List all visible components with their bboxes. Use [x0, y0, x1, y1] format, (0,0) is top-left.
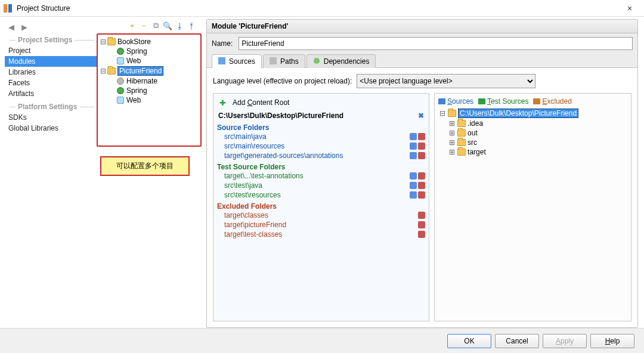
- forward-icon[interactable]: ▶: [19, 21, 30, 32]
- module-header: Module 'PictureFriend': [207, 20, 637, 33]
- mark-sources[interactable]: Sources: [438, 97, 473, 106]
- copy-icon[interactable]: ⧉: [150, 20, 161, 31]
- folder-path[interactable]: target\...\test-annotations: [216, 171, 426, 181]
- remove-icon[interactable]: [418, 212, 425, 219]
- remove-content-root-icon[interactable]: ✖: [418, 112, 424, 120]
- test-folders-title: Test Source Folders: [216, 160, 426, 171]
- excluded-folders-title: Excluded Folders: [216, 200, 426, 210]
- folder-path[interactable]: src\test\resources: [216, 190, 426, 200]
- settings-item-modules[interactable]: Modules: [5, 56, 97, 67]
- modules-tree[interactable]: ⊟BookStoreSpringWeb⊟PictureFriendHiberna…: [99, 37, 199, 105]
- settings-item-artifacts[interactable]: Artifacts: [5, 88, 97, 99]
- spring-icon: [117, 48, 124, 55]
- mark-excluded[interactable]: Excluded: [533, 97, 571, 106]
- settings-column: ◀ ▶ Project SettingsProjectModulesLibrar…: [0, 17, 97, 328]
- add-content-root-row[interactable]: ✚ Add Content Root: [216, 96, 426, 110]
- module-node[interactable]: ⊟BookStore: [99, 37, 199, 47]
- folder-path[interactable]: src\main\java: [216, 132, 426, 141]
- dir-tree-item[interactable]: ⊞out: [448, 128, 628, 138]
- back-icon[interactable]: ◀: [6, 21, 17, 32]
- apply-button: Apply: [543, 334, 587, 348]
- folder-path[interactable]: target\classes: [216, 210, 426, 220]
- web-icon: [117, 57, 124, 64]
- remove-module-icon[interactable]: －: [138, 20, 149, 31]
- settings-item-sdks[interactable]: SDKs: [5, 112, 97, 123]
- settings-item-global-libraries[interactable]: Global Libraries: [5, 123, 97, 134]
- svg-rect-0: [4, 4, 7, 13]
- module-name-input[interactable]: [239, 37, 633, 50]
- expand-all-icon[interactable]: ⭳: [174, 20, 185, 31]
- module-facet[interactable]: Spring: [109, 86, 199, 95]
- module-tabs: SourcesPathsDependencies: [207, 54, 637, 68]
- close-button[interactable]: ×: [618, 4, 642, 13]
- settings-item-facets[interactable]: Facets: [5, 78, 97, 88]
- remove-icon[interactable]: [418, 191, 425, 199]
- tab-dependencies[interactable]: Dependencies: [306, 54, 376, 68]
- module-facet[interactable]: Web: [109, 95, 199, 105]
- source-folders-title: Source Folders: [216, 121, 426, 132]
- tree-toggle-icon[interactable]: ⊞: [448, 119, 456, 128]
- tab-sources[interactable]: Sources: [212, 54, 262, 68]
- spring-icon: [117, 87, 124, 94]
- language-level-label: Language level (effective on project rel…: [213, 77, 352, 85]
- properties-icon[interactable]: [410, 182, 417, 189]
- tree-toggle-icon[interactable]: ⊟: [99, 67, 107, 75]
- directory-tree[interactable]: ⊟C:\Users\Dulk\Desktop\PictureFriend⊞.id…: [437, 108, 628, 157]
- folder-path[interactable]: target\generated-sources\annotations: [216, 151, 426, 160]
- tree-toggle-icon[interactable]: ⊟: [99, 38, 107, 46]
- folder-path[interactable]: src\main\resources: [216, 141, 426, 151]
- tree-toggle-icon[interactable]: ⊞: [448, 148, 456, 156]
- dir-tree-item[interactable]: ⊞.idea: [448, 119, 628, 128]
- properties-icon[interactable]: [410, 133, 417, 140]
- folder-icon: [107, 38, 116, 45]
- window-title: Project Structure: [17, 4, 618, 13]
- remove-icon[interactable]: [418, 143, 425, 150]
- language-level-select[interactable]: <Use project language level>: [357, 74, 535, 88]
- remove-icon[interactable]: [418, 221, 425, 228]
- cancel-button[interactable]: Cancel: [495, 334, 539, 348]
- tree-toggle-icon[interactable]: ⊞: [448, 129, 456, 137]
- tree-toggle-icon[interactable]: ⊞: [448, 138, 456, 147]
- properties-icon[interactable]: [410, 191, 417, 199]
- dir-tree-root[interactable]: ⊟C:\Users\Dulk\Desktop\PictureFriend: [438, 108, 628, 119]
- settings-item-libraries[interactable]: Libraries: [5, 67, 97, 78]
- remove-icon[interactable]: [418, 152, 425, 159]
- find-icon[interactable]: 🔍: [162, 20, 173, 31]
- module-node[interactable]: ⊟PictureFriend: [99, 66, 199, 76]
- settings-group-header: Platform Settings: [7, 103, 97, 111]
- module-facet[interactable]: Spring: [109, 47, 199, 56]
- svg-point-4: [314, 58, 320, 64]
- content-root-path[interactable]: C:\Users\Dulk\Desktop\PictureFriend ✖: [216, 110, 426, 121]
- modules-column: ＋ － ⧉ 🔍 ⭳ ⭱ ⊟BookStoreSpringWeb⊟PictureF…: [97, 17, 204, 328]
- folder-path[interactable]: target\test-classes: [216, 230, 426, 239]
- ok-button[interactable]: OK: [447, 334, 491, 348]
- tab-icon: [218, 57, 227, 66]
- svg-rect-1: [8, 4, 12, 13]
- mark-as-row: Sources Test Sources Excluded: [437, 96, 628, 108]
- help-button[interactable]: Help: [590, 334, 634, 348]
- remove-icon[interactable]: [418, 182, 425, 189]
- folder-path[interactable]: target\pictureFriend: [216, 220, 426, 230]
- module-facet[interactable]: Web: [109, 56, 199, 66]
- new-module-icon[interactable]: ＋: [126, 20, 137, 31]
- remove-icon[interactable]: [418, 133, 425, 140]
- dir-tree-item[interactable]: ⊞target: [448, 147, 628, 157]
- mark-test-sources[interactable]: Test Sources: [478, 97, 528, 106]
- tree-toggle-icon[interactable]: ⊟: [438, 109, 447, 117]
- module-name-row: Name:: [207, 33, 637, 54]
- tab-paths[interactable]: Paths: [263, 54, 305, 68]
- folder-icon: [457, 139, 466, 146]
- properties-icon[interactable]: [410, 172, 417, 179]
- tab-icon: [270, 57, 278, 66]
- remove-icon[interactable]: [418, 172, 425, 179]
- titlebar: Project Structure ×: [0, 0, 644, 17]
- remove-icon[interactable]: [418, 231, 425, 238]
- collapse-all-icon[interactable]: ⭱: [186, 20, 197, 31]
- module-facet[interactable]: Hibernate: [109, 76, 199, 86]
- settings-item-project[interactable]: Project: [5, 45, 97, 56]
- dir-tree-item[interactable]: ⊞src: [448, 138, 628, 147]
- properties-icon[interactable]: [410, 143, 417, 150]
- properties-icon[interactable]: [410, 152, 417, 159]
- folder-icon: [457, 120, 466, 127]
- folder-path[interactable]: src\test\java: [216, 181, 426, 190]
